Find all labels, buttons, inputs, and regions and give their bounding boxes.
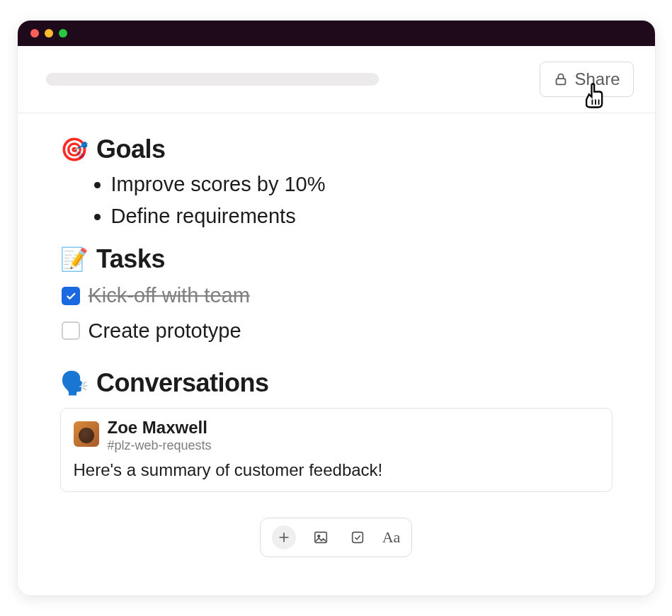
list-item[interactable]: Improve scores by 10% — [111, 169, 613, 200]
insert-image-button[interactable] — [309, 525, 333, 549]
task-row[interactable]: Create prototype — [62, 314, 613, 348]
checkmark-icon — [64, 290, 77, 302]
task-row[interactable]: Kick-off with team — [62, 278, 613, 313]
conversations-heading-text: Conversations — [96, 368, 269, 398]
insert-checklist-button[interactable] — [346, 525, 370, 549]
image-icon — [313, 530, 329, 545]
window-minimize-button[interactable] — [45, 29, 53, 38]
task-checkbox-checked[interactable] — [62, 287, 80, 305]
window-titlebar — [18, 21, 655, 46]
task-label: Kick-off with team — [89, 278, 250, 313]
plus-icon — [276, 530, 292, 545]
svg-point-5 — [318, 535, 320, 537]
canvas-window: Share 🎯 Goals Improve scores by 10% Defi… — [18, 21, 655, 596]
document-header: Share — [18, 46, 655, 113]
window-maximize-button[interactable] — [59, 29, 67, 38]
list-item[interactable]: Define requirements — [111, 200, 613, 232]
avatar — [74, 421, 99, 447]
text-format-label: Aa — [382, 528, 401, 547]
add-button[interactable] — [272, 525, 296, 549]
goals-heading: 🎯 Goals — [60, 135, 613, 164]
conversations-heading: 🗣️ Conversations — [60, 368, 613, 398]
conversation-message: Here's a summary of customer feedback! — [74, 460, 599, 480]
document-title-placeholder[interactable] — [46, 73, 379, 86]
svg-rect-6 — [352, 532, 363, 543]
checkbox-icon — [350, 530, 365, 545]
tasks-heading-text: Tasks — [96, 244, 165, 274]
task-label: Create prototype — [89, 314, 241, 348]
conversation-header: Zoe Maxwell #plz-web-requests — [74, 418, 599, 453]
conversation-channel: #plz-web-requests — [108, 438, 212, 453]
task-checkbox-unchecked[interactable] — [62, 321, 80, 340]
conversation-author: Zoe Maxwell — [108, 418, 212, 437]
svg-rect-4 — [314, 532, 326, 543]
share-button[interactable]: Share — [540, 62, 633, 97]
memo-icon: 📝 — [60, 246, 89, 273]
target-icon: 🎯 — [60, 136, 89, 163]
document-body[interactable]: 🎯 Goals Improve scores by 10% Define req… — [18, 113, 655, 596]
text-format-button[interactable]: Aa — [382, 525, 401, 549]
lock-icon — [553, 72, 569, 87]
tasks-heading: 📝 Tasks — [60, 244, 613, 274]
window-close-button[interactable] — [30, 29, 39, 38]
editor-toolbar: Aa — [260, 518, 413, 557]
goals-list: Improve scores by 10% Define requirement… — [60, 169, 613, 232]
svg-rect-0 — [557, 79, 566, 84]
share-button-label: Share — [574, 69, 620, 89]
goals-heading-text: Goals — [96, 135, 166, 164]
conversation-card[interactable]: Zoe Maxwell #plz-web-requests Here's a s… — [60, 408, 613, 492]
speaking-head-icon: 🗣️ — [60, 370, 89, 397]
